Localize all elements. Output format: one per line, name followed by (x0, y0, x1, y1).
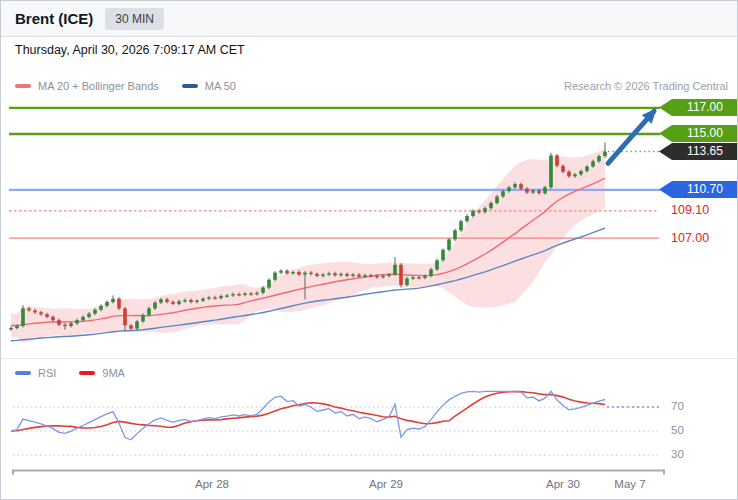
price-label-support-10910: 109.10 (671, 202, 733, 219)
x-axis-label-apr30: Apr 30 (533, 478, 593, 490)
rsi-legend-label: RSI (38, 367, 56, 379)
trading-central-chart-page: Brent (ICE) 30 MIN Thursday, April 30, 2… (0, 0, 738, 500)
panel-separator (1, 358, 737, 359)
price-label-support-10700: 107.00 (671, 230, 733, 247)
rsi-9ma-swatch-icon (79, 371, 95, 375)
price-label-last-11365: 113.65 (659, 143, 738, 160)
rsi-swatch-icon (15, 371, 31, 375)
rsi-axis-label-30: 30 (671, 448, 684, 460)
rsi-axis-label-70: 70 (671, 400, 684, 412)
price-label-resistance-115: 115.00 (659, 125, 738, 142)
x-axis-label-may7: May 7 (600, 478, 660, 490)
page-title: Brent (ICE) (15, 10, 93, 27)
rsi-axis-label-50: 50 (671, 424, 684, 436)
x-axis-label-apr29: Apr 29 (356, 478, 416, 490)
ma20-swatch-icon (15, 84, 31, 88)
header-bar: Brent (ICE) 30 MIN (1, 1, 737, 37)
x-axis-label-apr28: Apr 28 (182, 478, 242, 490)
price-label-resistance-117: 117.00 (659, 99, 738, 116)
ma50-legend-label: MA 50 (205, 80, 236, 92)
ma50-swatch-icon (182, 84, 198, 88)
price-label-pivot-11070: 110.70 (659, 181, 738, 198)
ma20-legend-label: MA 20 + Bollinger Bands (38, 80, 159, 92)
rsi-legend: RSI 9MA (15, 367, 141, 379)
rsi-9ma-legend-label: 9MA (102, 367, 125, 379)
chart-canvas[interactable] (1, 1, 738, 500)
timeframe-badge[interactable]: 30 MIN (105, 8, 164, 30)
research-watermark: Research © 2026 Trading Central (564, 80, 728, 92)
chart-datetime: Thursday, April 30, 2026 7:09:17 AM CET (15, 43, 245, 57)
main-chart-legend: MA 20 + Bollinger Bands MA 50 (15, 80, 252, 92)
